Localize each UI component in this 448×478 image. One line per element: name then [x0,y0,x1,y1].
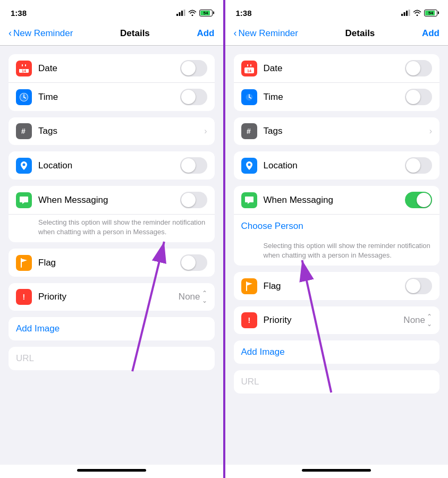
home-indicator-left [0,465,223,478]
time-row-left[interactable]: Time [9,83,215,111]
messaging-icon-right [241,192,257,208]
messaging-toggle-right[interactable] [405,192,432,208]
nav-title-right: Details [345,28,375,39]
location-row-left[interactable]: Location [9,151,215,180]
location-svg-right [245,161,253,170]
priority-value-right[interactable]: None ⌃⌄ [403,313,432,328]
svg-rect-28 [409,10,410,16]
back-button-right[interactable]: ‹ New Reminder [234,28,298,39]
messaging-subtext-left: Selecting this option will show the remi… [9,215,215,242]
time-row-right[interactable]: Time [234,83,440,111]
date-icon-right: 14 [241,61,257,76]
date-row-right[interactable]: 14 Date [234,54,440,83]
location-row-right[interactable]: Location [234,151,440,180]
tags-row-right[interactable]: # Tags › [234,117,440,145]
svg-rect-25 [401,14,403,16]
location-group-right: Location [234,151,440,180]
date-toggle-left[interactable] [180,60,207,76]
tags-icon-left: # [16,123,32,139]
time-icon-left [16,89,32,105]
tags-group-right: # Tags › [234,117,440,145]
clock-svg-right [244,92,254,102]
messaging-group-right: When Messaging Choose Person Selecting t… [234,186,440,266]
flag-toggle-left[interactable] [180,254,207,271]
time-label-right: Time [264,92,405,103]
priority-updown-icon: ⌃⌄ [202,289,207,304]
wifi-icon-right [413,10,421,16]
hash-svg: # [19,126,29,136]
tags-group-left: # Tags › [9,117,215,145]
datetime-group-right: 14 Date [234,54,440,111]
flag-row-right[interactable]: Flag [234,272,440,300]
tags-chevron-left: › [204,126,207,136]
choose-person-right[interactable]: Choose Person [234,215,440,238]
priority-label-right: Priority [264,315,404,326]
messaging-label-right: When Messaging [264,195,405,206]
svg-text:#: # [21,127,26,135]
time-icon-right [241,89,257,105]
svg-rect-34 [250,64,251,66]
url-placeholder-left[interactable]: URL [9,347,215,370]
status-bar-left: 1:38 54 [0,0,223,23]
priority-row-left[interactable]: ! Priority None ⌃⌄ [9,283,215,311]
flag-toggle-right[interactable] [405,278,432,294]
add-image-label-right: Add Image [241,347,285,357]
left-phone: 1:38 54 ‹ New Reminder Details [0,0,224,478]
add-image-right[interactable]: Add Image [234,340,440,364]
time-toggle-right[interactable] [405,89,432,105]
flag-svg-right [245,281,253,291]
add-button-right[interactable]: Add [422,28,439,39]
status-time-right: 1:38 [236,8,252,18]
svg-point-39 [249,97,250,98]
add-image-label-left: Add Image [16,323,60,334]
priority-icon-left: ! [16,289,32,305]
svg-rect-13 [25,64,26,66]
url-placeholder-right[interactable]: URL [234,370,440,394]
back-button-left[interactable]: ‹ New Reminder [9,28,73,39]
add-button-left[interactable]: Add [197,28,214,39]
flag-label-right: Flag [264,281,405,292]
datetime-group-left: 14 Date [9,54,215,111]
tags-chevron-right: › [429,126,432,136]
date-toggle-right[interactable] [405,60,432,76]
priority-group-right: ! Priority None ⌃⌄ [234,306,440,334]
priority-group-left: ! Priority None ⌃⌄ [9,283,215,311]
messaging-row-left[interactable]: When Messaging [9,186,215,215]
calendar-svg: 14 [19,64,29,73]
url-section-right: URL [234,370,440,394]
messaging-row-right[interactable]: When Messaging [234,186,440,215]
flag-icon-left [16,255,32,271]
add-image-section-right: Add Image [234,340,440,364]
location-svg [20,161,28,170]
location-toggle-right[interactable] [405,157,432,174]
flag-group-right: Flag [234,272,440,300]
date-label-left: Date [38,63,180,74]
flag-row-left[interactable]: Flag [9,249,215,277]
status-time-left: 1:38 [11,8,27,18]
location-icon-right [241,158,257,174]
messaging-toggle-left[interactable] [180,192,207,208]
nav-bar-right: ‹ New Reminder Details Add [225,23,449,46]
chevron-left-icon: ‹ [9,28,12,39]
tags-row-left[interactable]: # Tags › [9,117,215,145]
location-label-left: Location [38,160,180,171]
add-image-left[interactable]: Add Image [9,317,215,340]
date-row-left[interactable]: 14 Date [9,54,215,83]
svg-rect-12 [22,64,23,66]
tags-label-left: Tags [38,126,204,136]
location-group-left: Location [9,151,215,180]
location-icon-left [16,158,32,174]
flag-label-left: Flag [38,258,180,268]
clock-svg [19,92,29,102]
time-toggle-left[interactable] [180,89,207,105]
nav-title-left: Details [120,28,150,39]
status-bar-right: 1:38 54 [225,0,449,23]
priority-row-right[interactable]: ! Priority None ⌃⌄ [234,306,440,334]
svg-rect-1 [179,12,180,16]
priority-value-left[interactable]: None ⌃⌄ [179,289,207,304]
svg-rect-27 [406,11,408,16]
right-phone: 1:38 54 ‹ New Reminder Details [224,0,449,478]
content-right: 14 Date [225,46,449,465]
location-toggle-left[interactable] [180,157,207,174]
svg-point-41 [248,163,250,166]
